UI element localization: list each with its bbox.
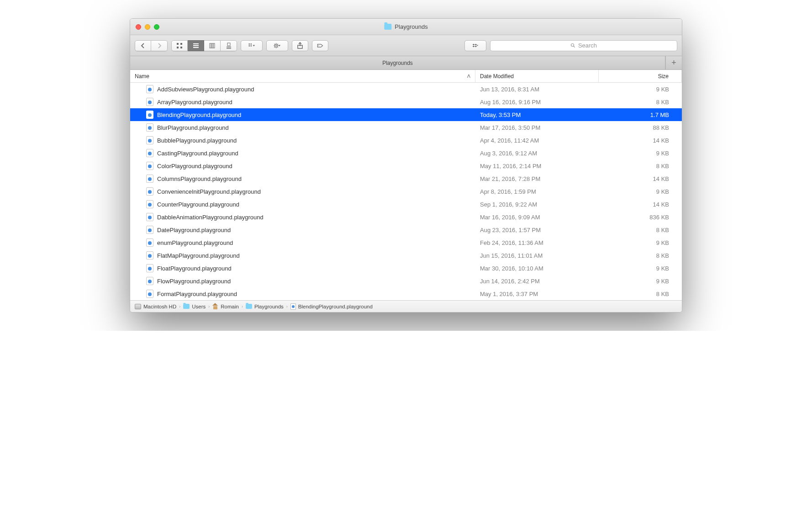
- file-name: FormatPlayground.playground: [157, 291, 237, 297]
- file-row[interactable]: FormatPlayground.playgroundMay 1, 2016, …: [130, 287, 682, 300]
- tab[interactable]: Playgrounds: [130, 56, 665, 69]
- playground-file-icon: [146, 149, 153, 157]
- file-date: Mar 16, 2016, 9:09 AM: [475, 211, 599, 223]
- svg-rect-8: [211, 43, 213, 48]
- share-button[interactable]: [292, 40, 308, 51]
- path-segment[interactable]: Romain: [212, 304, 239, 309]
- file-row[interactable]: CastingPlayground.playgroundAug 3, 2016,…: [130, 147, 682, 159]
- playground-file-icon: [146, 251, 153, 260]
- dropbox-button[interactable]: [464, 40, 486, 51]
- file-row[interactable]: ColorPlayground.playgroundMay 11, 2016, …: [130, 159, 682, 172]
- file-row[interactable]: DatePlayground.playgroundAug 23, 2016, 1…: [130, 223, 682, 236]
- file-row[interactable]: FloatPlayground.playgroundMar 30, 2016, …: [130, 262, 682, 275]
- new-tab-button[interactable]: +: [665, 56, 682, 69]
- file-name: ConvenienceInitPlayground.playground: [157, 188, 261, 195]
- svg-rect-16: [251, 45, 252, 46]
- path-segment[interactable]: Playgrounds: [246, 304, 284, 309]
- file-date: Jun 13, 2016, 8:31 AM: [475, 83, 599, 95]
- playground-file-icon: [146, 123, 153, 132]
- file-size: 88 KB: [599, 121, 682, 134]
- file-row[interactable]: BubblePlayground.playgroundApr 4, 2016, …: [130, 134, 682, 147]
- file-row[interactable]: ArrayPlayground.playgroundAug 16, 2016, …: [130, 95, 682, 108]
- file-row[interactable]: DabbleAnimationPlayground.playgroundMar …: [130, 211, 682, 223]
- playground-file-icon: [146, 290, 153, 298]
- playground-file-icon: [146, 264, 153, 272]
- path-label: Playgrounds: [254, 304, 284, 309]
- file-row[interactable]: AddSubviewsPlayground.playgroundJun 13, …: [130, 83, 682, 95]
- playground-file-icon: [290, 303, 296, 310]
- icon-view-button[interactable]: [171, 40, 188, 51]
- file-name: BlurPlayground.playground: [157, 124, 229, 131]
- svg-rect-1: [180, 43, 182, 45]
- playground-file-icon: [146, 175, 153, 183]
- minimize-button[interactable]: [145, 24, 150, 30]
- playground-file-icon: [146, 111, 153, 119]
- file-row[interactable]: FlatMapPlayground.playgroundJun 15, 2016…: [130, 249, 682, 262]
- file-name: DabbleAnimationPlayground.playground: [157, 214, 264, 221]
- coverflow-view-button[interactable]: [221, 40, 237, 51]
- chevron-right-icon: ›: [208, 304, 210, 309]
- file-row[interactable]: BlendingPlayground.playgroundToday, 3:53…: [130, 108, 682, 121]
- file-size: 8 KB: [599, 249, 682, 262]
- column-size[interactable]: Size: [599, 70, 682, 82]
- svg-rect-10: [227, 43, 230, 46]
- column-name[interactable]: Name ᐱ: [130, 70, 475, 82]
- file-date: Aug 23, 2016, 1:57 PM: [475, 223, 599, 236]
- back-button[interactable]: [135, 40, 151, 51]
- path-label: Macintosh HD: [143, 304, 176, 309]
- maximize-button[interactable]: [154, 24, 159, 30]
- folder-icon: [183, 304, 190, 309]
- file-row[interactable]: ConvenienceInitPlayground.playgroundApr …: [130, 185, 682, 198]
- file-list[interactable]: AddSubviewsPlayground.playgroundJun 13, …: [130, 83, 682, 300]
- file-name: BubblePlayground.playground: [157, 137, 237, 144]
- file-date: Mar 30, 2016, 10:10 AM: [475, 262, 599, 275]
- file-row[interactable]: CounterPlayground.playgroundSep 1, 2016,…: [130, 198, 682, 211]
- file-size: 8 KB: [599, 95, 682, 108]
- path-segment[interactable]: Macintosh HD: [135, 304, 176, 309]
- playground-file-icon: [146, 200, 153, 208]
- svg-rect-9: [213, 43, 215, 48]
- search-input[interactable]: Search: [490, 40, 677, 51]
- action-button[interactable]: [266, 40, 288, 51]
- list-view-button[interactable]: [188, 40, 204, 51]
- svg-rect-3: [180, 47, 182, 48]
- svg-rect-11: [227, 47, 231, 48]
- close-button[interactable]: [136, 24, 141, 30]
- forward-button[interactable]: [151, 40, 168, 51]
- file-date: Apr 8, 2016, 1:59 PM: [475, 185, 599, 198]
- file-name: FlatMapPlayground.playground: [157, 252, 240, 259]
- hdd-icon: [135, 304, 141, 309]
- path-segment[interactable]: Users: [183, 304, 206, 309]
- file-row[interactable]: BlurPlayground.playgroundMar 17, 2016, 3…: [130, 121, 682, 134]
- path-label: BlendingPlayground.playground: [298, 304, 373, 309]
- file-size: 14 KB: [599, 134, 682, 147]
- tab-label: Playgrounds: [382, 60, 413, 66]
- file-size: 836 KB: [599, 211, 682, 223]
- file-row[interactable]: ColumnsPlayground.playgroundMar 21, 2016…: [130, 172, 682, 185]
- file-size: 14 KB: [599, 198, 682, 211]
- file-date: Aug 3, 2016, 9:12 AM: [475, 147, 599, 159]
- playground-file-icon: [146, 85, 153, 93]
- file-size: 8 KB: [599, 223, 682, 236]
- chevron-right-icon: ›: [286, 304, 288, 309]
- toolbar: Search: [130, 35, 682, 56]
- path-segment[interactable]: BlendingPlayground.playground: [290, 303, 373, 310]
- file-row[interactable]: FlowPlayground.playgroundJun 14, 2016, 2…: [130, 275, 682, 287]
- chevron-right-icon: ›: [179, 304, 180, 309]
- file-date: Today, 3:53 PM: [475, 108, 599, 121]
- playground-file-icon: [146, 239, 153, 247]
- tags-button[interactable]: [312, 40, 328, 51]
- window-title: Playgrounds: [384, 23, 427, 30]
- svg-rect-12: [227, 48, 231, 49]
- arrange-button[interactable]: [241, 40, 263, 51]
- file-row[interactable]: enumPlayground.playgroundFeb 24, 2016, 1…: [130, 236, 682, 249]
- column-date[interactable]: Date Modified: [475, 70, 599, 82]
- home-icon: [212, 304, 218, 309]
- file-date: Aug 16, 2016, 9:16 PM: [475, 95, 599, 108]
- playground-file-icon: [146, 187, 153, 196]
- column-view-button[interactable]: [204, 40, 221, 51]
- file-name: ColumnsPlayground.playground: [157, 175, 242, 182]
- svg-rect-15: [249, 45, 250, 46]
- file-size: 9 KB: [599, 147, 682, 159]
- file-name: CounterPlayground.playground: [157, 201, 239, 208]
